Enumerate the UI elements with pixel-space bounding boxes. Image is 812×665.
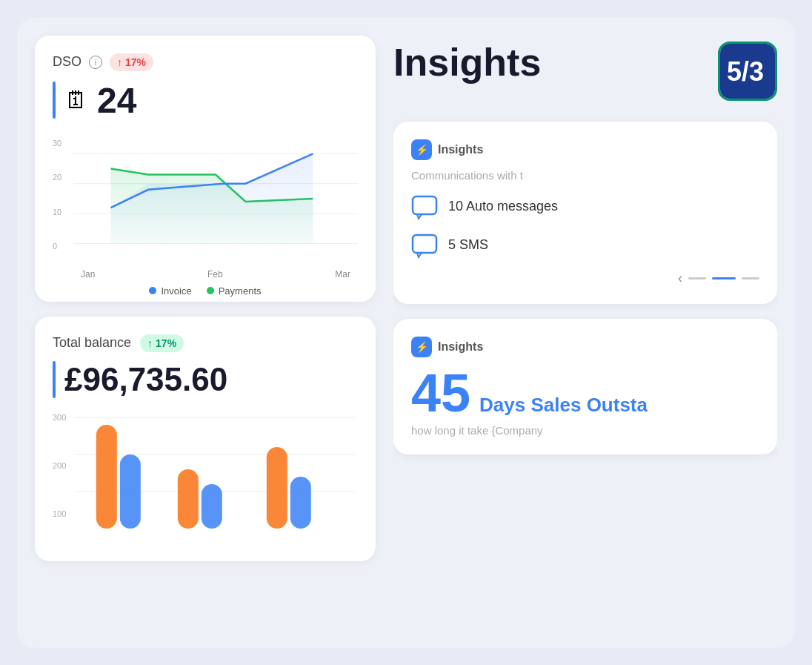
blue-bar	[53, 82, 56, 119]
svg-rect-18	[413, 235, 436, 253]
svg-marker-17	[417, 214, 422, 219]
legend-payments: Payments	[207, 285, 262, 297]
line-chart-svg	[73, 136, 358, 269]
logo-container: 5/3	[718, 42, 777, 101]
insights-card-1: ⚡ Insights Communications with t 10 Auto…	[393, 122, 777, 304]
insight-desc-2: how long it take {Company	[411, 424, 759, 437]
svg-rect-10	[120, 454, 141, 529]
insights-header-1: ⚡ Insights	[411, 139, 759, 160]
svg-rect-11	[178, 469, 199, 529]
balance-bar-chart: 300 200 100	[53, 410, 358, 543]
dso-card: DSO i ↑ 17% 🗓 24 30 20 10	[35, 36, 376, 302]
balance-header: Total balance ↑ 17%	[53, 334, 358, 352]
dso-header: DSO i ↑ 17%	[53, 53, 358, 71]
lightning-icon-2: ⚡	[416, 341, 428, 353]
dso-chart: 30 20 10 0	[53, 136, 358, 284]
svg-rect-13	[267, 447, 287, 529]
info-icon[interactable]: i	[89, 56, 102, 69]
pagination-dot-1	[688, 277, 706, 279]
legend-invoice-label: Invoice	[161, 285, 191, 297]
left-column: DSO i ↑ 17% 🗓 24 30 20 10	[35, 36, 376, 630]
dso-value: 24	[97, 80, 136, 121]
right-column: Insights 5/3 ⚡ Insights Communications w…	[393, 36, 777, 630]
insights-label-1: Insights	[438, 143, 483, 156]
dso-badge: ↑ 17%	[110, 53, 153, 71]
pagination-dot-3	[742, 277, 759, 279]
chat-icon-1	[411, 193, 438, 220]
chat-icon-2	[411, 232, 438, 259]
svg-rect-9	[96, 425, 117, 529]
balance-card: Total balance ↑ 17% £96,735.60 300 200 1…	[35, 317, 376, 561]
svg-marker-19	[417, 253, 422, 257]
balance-label: Total balance	[53, 335, 131, 351]
days-label: Days Sales Outsta	[479, 394, 648, 417]
dso-value-row: 🗓 24	[53, 80, 358, 121]
prev-arrow[interactable]: ‹	[678, 271, 682, 286]
page-title: Insights	[393, 42, 541, 84]
svg-text:5/3: 5/3	[727, 56, 764, 87]
insight-row-2: 5 SMS	[411, 232, 759, 259]
x-axis-labels: Jan Feb Mar	[73, 269, 358, 279]
pagination-dot-2	[712, 277, 736, 279]
insights-badge-1: ⚡	[411, 139, 432, 160]
bar-y-labels: 300 200 100	[53, 410, 66, 521]
payments-dot	[207, 287, 214, 294]
days-number: 45	[411, 366, 470, 420]
dso-label: DSO	[53, 54, 81, 70]
legend-payments-label: Payments	[219, 285, 262, 297]
invoice-dot	[149, 287, 156, 294]
insights-label-2: Insights	[438, 340, 483, 354]
insights-card-2: ⚡ Insights 45 Days Sales Outsta how long…	[393, 319, 777, 454]
insights-badge-2: ⚡	[411, 337, 432, 357]
insights-header-2: ⚡ Insights	[411, 337, 759, 357]
sms-text: 5 SMS	[448, 237, 488, 253]
pagination-row: ‹	[411, 271, 759, 286]
calendar-icon: 🗓	[64, 87, 88, 114]
balance-value: £96,735.60	[64, 361, 227, 398]
insight-row-1: 10 Auto messages	[411, 193, 759, 220]
legend-invoice: Invoice	[149, 285, 191, 297]
svg-rect-12	[202, 484, 222, 529]
logo-svg: 5/3	[725, 53, 770, 90]
balance-value-row: £96,735.60	[53, 361, 358, 398]
insight-subtitle-1: Communications with t	[411, 169, 759, 182]
lightning-icon: ⚡	[416, 144, 428, 156]
auto-messages-text: 10 Auto messages	[448, 199, 558, 214]
bar-chart-svg	[72, 410, 358, 529]
balance-blue-bar	[53, 361, 56, 398]
arrow-up-icon: ↑	[117, 56, 122, 68]
y-axis-labels: 30 20 10 0	[53, 136, 61, 254]
main-container: DSO i ↑ 17% 🗓 24 30 20 10	[17, 18, 795, 648]
right-header: Insights 5/3	[393, 36, 777, 107]
balance-badge: ↑ 17%	[140, 334, 184, 352]
svg-rect-16	[413, 196, 436, 214]
logo-inner: 5/3	[720, 44, 775, 99]
chart-legend: Invoice Payments	[53, 285, 358, 297]
svg-rect-14	[290, 477, 311, 529]
arrow-up-green-icon: ↑	[147, 337, 153, 349]
